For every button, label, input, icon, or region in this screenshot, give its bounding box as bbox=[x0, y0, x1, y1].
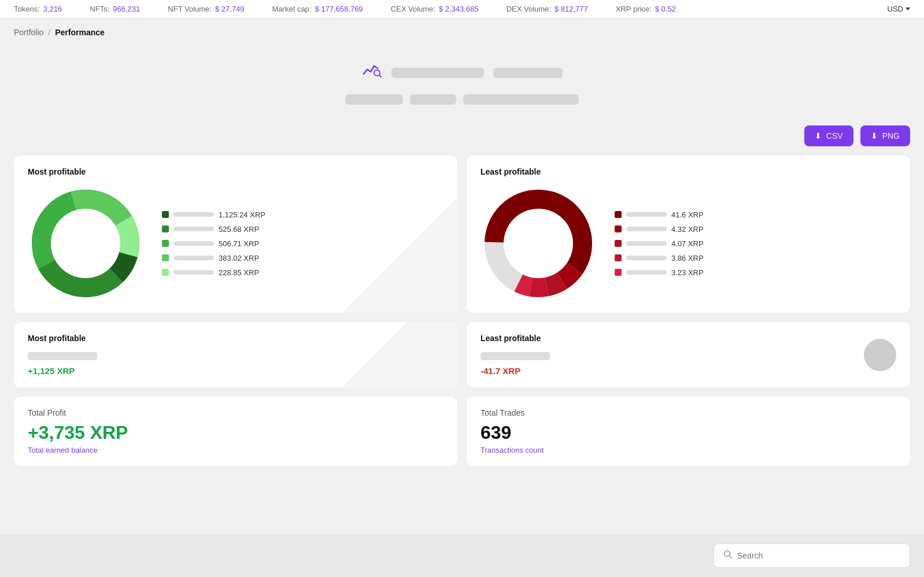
legend-item: 3.23 XRP bbox=[615, 268, 704, 277]
legend-item: 228.85 XRP bbox=[162, 268, 265, 277]
png-label: PNG bbox=[882, 131, 900, 140]
legend-value-l4: 3.86 XRP bbox=[671, 254, 704, 262]
legend-value-4: 383.02 XRP bbox=[219, 254, 259, 262]
total-profit-value: +3,735 XRP bbox=[28, 422, 443, 443]
dex-volume-value: $ 812,777 bbox=[555, 5, 588, 13]
legend-bar-1 bbox=[173, 212, 214, 217]
ticker-nft-volume: NFT Volume: $ 27,749 bbox=[168, 5, 244, 13]
chevron-down-icon bbox=[905, 8, 910, 10]
most-profitable-donut-card: Most profitable bbox=[14, 156, 457, 313]
total-trades-title: Total Trades bbox=[481, 408, 896, 417]
skeleton-filter-3 bbox=[463, 94, 579, 105]
legend-bar-l5 bbox=[626, 270, 667, 275]
least-profitable-avatar bbox=[864, 339, 896, 371]
card-decoration bbox=[342, 197, 457, 313]
legend-item: 3.86 XRP bbox=[615, 254, 704, 262]
search-input[interactable] bbox=[737, 551, 900, 560]
legend-item: 41.6 XRP bbox=[615, 210, 704, 219]
legend-value-l3: 4.07 XRP bbox=[671, 239, 704, 248]
svg-line-17 bbox=[730, 556, 732, 558]
most-profitable-compact-card: Most profitable +1,125 XRP bbox=[14, 322, 457, 387]
legend-item: 383.02 XRP bbox=[162, 254, 265, 262]
download-png-icon: ⬇ bbox=[871, 131, 878, 140]
nft-volume-value: $ 27,749 bbox=[215, 5, 245, 13]
export-png-button[interactable]: ⬇ PNG bbox=[860, 125, 910, 146]
breadcrumb: Portfolio / Performance bbox=[14, 28, 910, 37]
least-profitable-compact-content: -41.7 XRP bbox=[481, 352, 896, 376]
search-input-wrapper[interactable] bbox=[714, 543, 910, 568]
search-icon bbox=[723, 550, 733, 561]
least-profitable-compact-title: Least profitable bbox=[481, 334, 896, 343]
total-profit-title: Total Profit bbox=[28, 408, 443, 417]
legend-value-5: 228.85 XRP bbox=[219, 268, 259, 277]
legend-color-l2 bbox=[615, 225, 622, 232]
svg-point-15 bbox=[504, 209, 573, 278]
market-cap-label: Market cap: bbox=[272, 5, 312, 13]
legend-bar-2 bbox=[173, 227, 214, 231]
ticker-dex-volume: DEX Volume: $ 812,777 bbox=[507, 5, 588, 13]
legend-value-2: 525.68 XRP bbox=[219, 225, 259, 234]
legend-color-3 bbox=[162, 240, 169, 247]
main-content: Portfolio / Performance bbox=[0, 19, 924, 534]
svg-point-8 bbox=[51, 209, 120, 278]
card-decoration bbox=[342, 322, 457, 387]
breadcrumb-current: Performance bbox=[55, 28, 105, 37]
cards-grid: Most profitable bbox=[14, 156, 910, 466]
most-profitable-legend: 1,125.24 XRP 525.68 XRP 506.71 XRP bbox=[162, 210, 265, 277]
tokens-label: Tokens: bbox=[14, 5, 40, 13]
legend-item: 1,125.24 XRP bbox=[162, 210, 265, 219]
legend-color-1 bbox=[162, 211, 169, 218]
cex-volume-label: CEX Volume: bbox=[391, 5, 435, 13]
ticker-xrp-price: XRP price: $ 0.52 bbox=[616, 5, 676, 13]
legend-item: 525.68 XRP bbox=[162, 225, 265, 234]
legend-value-l1: 41.6 XRP bbox=[671, 210, 704, 219]
legend-bar-l1 bbox=[626, 212, 667, 217]
export-csv-button[interactable]: ⬇ CSV bbox=[804, 125, 853, 146]
legend-bar-4 bbox=[173, 256, 214, 260]
least-profitable-donut-chart bbox=[481, 186, 596, 301]
skeleton-title-1 bbox=[391, 68, 484, 78]
legend-bar-l2 bbox=[626, 227, 667, 231]
total-profit-card: Total Profit +3,735 XRP Total earned bal… bbox=[14, 397, 457, 466]
ticker-market-cap: Market cap: $ 177,658,769 bbox=[272, 5, 363, 13]
breadcrumb-parent[interactable]: Portfolio bbox=[14, 28, 43, 37]
bottom-search-bar bbox=[0, 534, 924, 577]
least-profitable-profit: -41.7 XRP bbox=[481, 366, 896, 376]
legend-value-l2: 4.32 XRP bbox=[671, 225, 704, 234]
legend-color-l4 bbox=[615, 254, 622, 261]
ticker-cex-volume: CEX Volume: $ 2,343,685 bbox=[391, 5, 479, 13]
market-cap-value: $ 177,658,769 bbox=[315, 5, 363, 13]
least-profitable-donut-title: Least profitable bbox=[481, 167, 896, 176]
ticker-bar: Tokens: 3,216 NFTs: 966,231 NFT Volume: … bbox=[0, 0, 924, 19]
legend-item: 4.32 XRP bbox=[615, 225, 704, 234]
skeleton-title-2 bbox=[493, 68, 563, 78]
legend-color-l3 bbox=[615, 240, 622, 247]
legend-bar-5 bbox=[173, 270, 214, 275]
legend-item: 4.07 XRP bbox=[615, 239, 704, 248]
download-csv-icon: ⬇ bbox=[815, 131, 822, 140]
skeleton-filter-1 bbox=[345, 94, 403, 105]
legend-bar-l4 bbox=[626, 256, 667, 260]
dex-volume-label: DEX Volume: bbox=[507, 5, 551, 13]
least-profitable-donut-section: 41.6 XRP 4.32 XRP 4.07 XRP bbox=[481, 186, 896, 301]
most-profitable-donut-title: Most profitable bbox=[28, 167, 443, 176]
svg-line-1 bbox=[379, 75, 381, 77]
most-profitable-name-skeleton bbox=[28, 352, 97, 360]
legend-color-4 bbox=[162, 254, 169, 261]
header-inner bbox=[345, 60, 579, 105]
export-row: ⬇ CSV ⬇ PNG bbox=[14, 125, 910, 146]
nfts-label: NFTs: bbox=[90, 5, 109, 13]
total-trades-sublabel: Transactions count bbox=[481, 446, 896, 454]
total-trades-value: 639 bbox=[481, 422, 896, 443]
ticker-nfts: NFTs: 966,231 bbox=[90, 5, 140, 13]
least-profitable-name-skeleton bbox=[481, 352, 550, 360]
legend-bar-3 bbox=[173, 241, 214, 246]
currency-selector[interactable]: USD bbox=[888, 5, 910, 13]
currency-label: USD bbox=[888, 5, 903, 13]
cex-volume-value: $ 2,343,685 bbox=[439, 5, 479, 13]
header-top-row bbox=[361, 60, 563, 85]
xrp-price-label: XRP price: bbox=[616, 5, 652, 13]
legend-color-l1 bbox=[615, 211, 622, 218]
total-trades-card: Total Trades 639 Transactions count bbox=[467, 397, 910, 466]
legend-bar-l3 bbox=[626, 241, 667, 246]
